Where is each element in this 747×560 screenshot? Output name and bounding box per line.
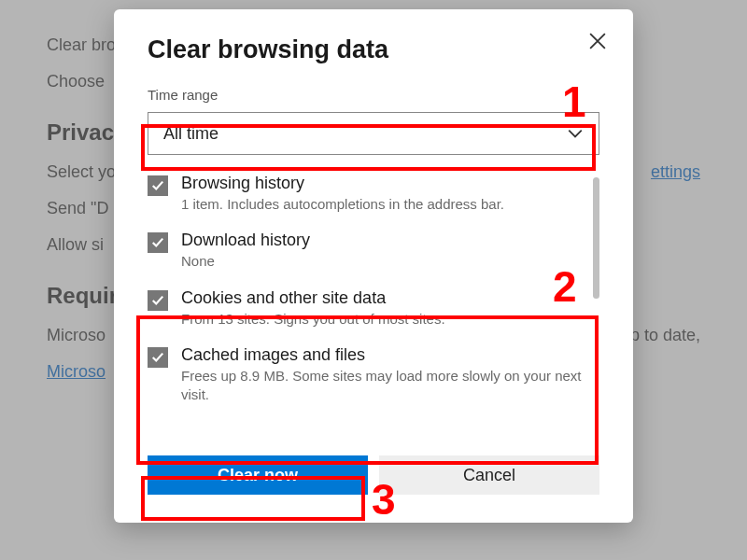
dialog-title: Clear browsing data <box>148 35 599 64</box>
checkbox-download-history[interactable] <box>148 232 168 253</box>
checkbox-cached-images[interactable] <box>148 347 168 368</box>
checkbox-browsing-history[interactable] <box>148 175 168 196</box>
option-title: Download history <box>181 231 585 250</box>
option-title: Cached images and files <box>181 345 585 365</box>
cancel-button[interactable]: Cancel <box>379 455 599 495</box>
check-icon <box>151 294 164 307</box>
time-range-value: All time <box>163 124 218 144</box>
option-title: Cookies and other site data <box>181 288 585 308</box>
time-range-select[interactable]: All time <box>148 112 599 155</box>
option-title: Browsing history <box>181 174 585 193</box>
close-icon <box>589 33 606 49</box>
clear-now-button[interactable]: Clear now <box>148 455 368 495</box>
option-subtitle: 1 item. Includes autocompletions in the … <box>181 195 585 214</box>
scrollbar[interactable] <box>593 177 599 299</box>
modal-overlay: Clear browsing data Time range All time … <box>0 0 747 560</box>
option-subtitle: None <box>181 252 585 271</box>
check-icon <box>151 179 164 192</box>
check-icon <box>151 236 164 249</box>
check-icon <box>151 351 164 364</box>
option-subtitle: From 13 sites. Signs you out of most sit… <box>181 310 585 329</box>
close-button[interactable] <box>586 30 609 52</box>
chevron-down-icon <box>567 125 584 142</box>
option-cached-images: Cached images and files Frees up 8.9 MB.… <box>148 345 585 405</box>
option-download-history: Download history None <box>148 231 585 271</box>
options-list: Browsing history 1 item. Includes autoco… <box>148 174 599 444</box>
option-browsing-history: Browsing history 1 item. Includes autoco… <box>148 174 585 214</box>
option-cookies: Cookies and other site data From 13 site… <box>148 288 585 329</box>
time-range-label: Time range <box>148 87 599 103</box>
clear-browsing-data-dialog: Clear browsing data Time range All time … <box>114 9 633 523</box>
option-subtitle: Frees up 8.9 MB. Some sites may load mor… <box>181 367 585 405</box>
checkbox-cookies[interactable] <box>148 290 168 311</box>
